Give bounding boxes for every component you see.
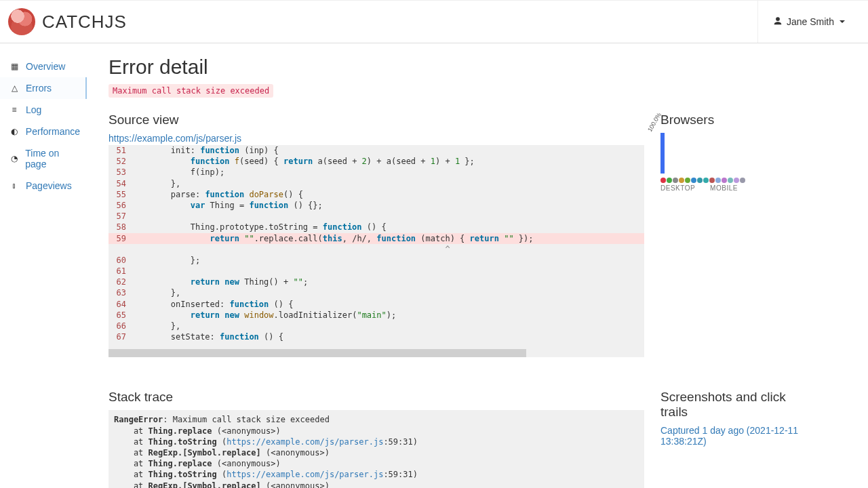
topbar: CATCHJS Jane Smith (0, 0, 868, 43)
code-line: 58 Thing.prototype.toString = function (… (108, 222, 644, 232)
code-caret-line: ^ (108, 244, 644, 255)
code-line: 65 return new window.loadInitializer("ma… (108, 310, 644, 321)
legend-dot-icon (728, 178, 733, 183)
main-content: Error detail Maximum call stack size exc… (87, 43, 833, 488)
stack-file-link[interactable]: https://example.com/js/parser.js (226, 437, 383, 447)
source-view-heading: Source view (108, 113, 644, 127)
stack-file-link[interactable]: https://example.com/js/parser.js (226, 470, 383, 479)
code-line: 62 return new Thing() + ""; (108, 277, 644, 287)
legend-dot-icon (722, 178, 727, 183)
code-line: 51 init: function (inp) { (108, 145, 644, 156)
sidebar-item-pageviews[interactable]: ⫾Pageviews (0, 175, 87, 197)
sidebar-item-overview[interactable]: ▦Overview (0, 56, 87, 77)
legend-dot-icon (709, 178, 715, 183)
legend-dot-icon (715, 178, 721, 183)
source-file-link[interactable]: https://example.com/js/parser.js (108, 133, 241, 144)
sidebar-item-errors[interactable]: △Errors (0, 77, 87, 99)
sidebar-item-label: Overview (26, 61, 65, 72)
code-line: 66 }, (108, 321, 644, 331)
code-line: 59 return "".replace.call(this, /h/, fun… (108, 233, 644, 244)
code-line: 63 }, (108, 287, 644, 298)
code-line: 67 setState: function () { (108, 331, 644, 342)
error-message-badge: Maximum call stack size exceeded (108, 84, 273, 98)
legend-desktop: DESKTOP (660, 184, 695, 192)
code-line: 57 (108, 211, 644, 222)
code-line: 53 f(inp); (108, 167, 644, 178)
sidebar-item-log[interactable]: ≡Log (0, 99, 87, 121)
sidebar-item-label: Performance (26, 126, 80, 137)
browsers-chart: 100.0% DESKTOP MOBILE (660, 133, 816, 192)
brand-name: CATCHJS (42, 12, 127, 33)
legend-dot-icon (691, 178, 696, 183)
code-line: 64 onInserted: function () { (108, 299, 644, 310)
legend-dot-icon (660, 178, 666, 183)
user-icon (773, 16, 783, 28)
screenshot-capture-link[interactable]: Captured 1 day ago (2021-12-11 13:38:21Z… (660, 425, 798, 447)
code-line: 56 var Thing = function () {}; (108, 200, 644, 211)
code-line: 52 function f(seed) { return a(seed + 2)… (108, 156, 644, 167)
sidebar-item-label: Log (26, 104, 41, 115)
legend-dot-icon (685, 178, 690, 183)
sidebar-item-label: Time on page (25, 148, 80, 169)
legend-dot-icon (667, 178, 672, 183)
overview-icon: ▦ (9, 62, 19, 71)
code-line: 55 parse: function doParse() { (108, 189, 644, 200)
sidebar-item-label: Pageviews (26, 180, 72, 191)
browsers-heading: Browsers (660, 113, 816, 127)
errors-icon: △ (9, 83, 19, 93)
legend-dot-icon (673, 178, 678, 183)
sidebar-item-performance[interactable]: ◐Performance (0, 121, 87, 142)
pageviews-icon: ⫾ (9, 181, 19, 190)
sidebar-item-label: Errors (26, 83, 52, 94)
code-line: 61 (108, 266, 644, 277)
performance-icon: ◐ (9, 127, 19, 136)
page-title: Error detail (108, 56, 816, 79)
brand-link[interactable]: CATCHJS (8, 8, 127, 35)
legend-dot-icon (679, 178, 684, 183)
legend-dot-icon (697, 178, 703, 183)
sidebar: ▦Overview△Errors≡Log◐Performance◔Time on… (0, 43, 87, 488)
code-line: 54 }, (108, 178, 644, 189)
source-code-block: 51 init: function (inp) {52 function f(s… (108, 145, 644, 349)
sidebar-item-time-on-page[interactable]: ◔Time on page (0, 142, 87, 175)
legend-dot-icon (740, 178, 745, 183)
legend-dot-icon (703, 178, 709, 183)
screenshots-heading: Screenshots and click trails (660, 390, 816, 420)
brand-logo-icon (8, 8, 35, 35)
stack-trace-heading: Stack trace (108, 390, 644, 405)
caret-down-icon (840, 20, 845, 23)
code-line: 60 }; (108, 255, 644, 266)
code-hscroll[interactable] (108, 349, 644, 357)
user-name: Jane Smith (787, 16, 834, 27)
legend-dot-icon (734, 178, 739, 183)
time-on-page-icon: ◔ (9, 154, 18, 163)
legend-mobile: MOBILE (710, 184, 738, 192)
user-menu[interactable]: Jane Smith (757, 1, 860, 43)
browsers-bar: 100.0% (660, 133, 665, 174)
stack-trace-block: RangeError: Maximum call stack size exce… (108, 410, 644, 488)
log-icon: ≡ (9, 105, 19, 115)
